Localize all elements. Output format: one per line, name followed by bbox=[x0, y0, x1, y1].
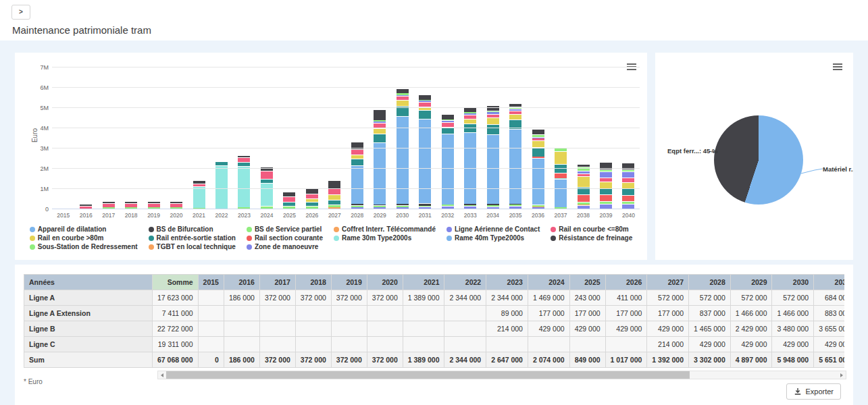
legend-item[interactable]: Rail section courante bbox=[247, 234, 323, 242]
bar-segment[interactable] bbox=[600, 182, 612, 188]
stacked-bar-2027[interactable] bbox=[328, 180, 340, 209]
bar-segment[interactable] bbox=[148, 207, 160, 209]
bar-segment[interactable] bbox=[509, 206, 521, 209]
bar-segment[interactable] bbox=[283, 192, 295, 196]
bar-segment[interactable] bbox=[442, 134, 454, 205]
bar-segment[interactable] bbox=[600, 188, 612, 194]
stacked-bar-2039[interactable] bbox=[600, 162, 612, 209]
bar-segment[interactable] bbox=[397, 207, 409, 209]
bar-segment[interactable] bbox=[328, 194, 340, 200]
bar-segment[interactable] bbox=[306, 202, 318, 207]
stacked-bar-2031[interactable] bbox=[419, 94, 431, 209]
bar-segment[interactable] bbox=[487, 134, 499, 205]
bar-segment[interactable] bbox=[442, 114, 454, 119]
scroll-right-icon[interactable] bbox=[838, 371, 846, 379]
bar-segment[interactable] bbox=[509, 129, 521, 204]
bar-segment[interactable] bbox=[283, 196, 295, 202]
bar-segment[interactable] bbox=[193, 208, 205, 209]
bar-segment[interactable] bbox=[374, 142, 386, 205]
bar-segment[interactable] bbox=[397, 88, 409, 94]
bar-segment[interactable] bbox=[555, 173, 567, 178]
bar-segment[interactable] bbox=[125, 207, 137, 209]
legend-item[interactable]: Rail en courbe >80m bbox=[30, 234, 138, 242]
bar-segment[interactable] bbox=[419, 119, 431, 203]
export-button[interactable]: Exporter bbox=[786, 383, 841, 400]
bar-segment[interactable] bbox=[328, 180, 340, 188]
bar-segment[interactable] bbox=[487, 117, 499, 124]
bar-segment[interactable] bbox=[419, 207, 431, 209]
stacked-bar-2035[interactable] bbox=[509, 103, 521, 209]
legend-item[interactable]: BS de Service partiel bbox=[247, 225, 323, 233]
pie-context-menu-icon[interactable] bbox=[830, 61, 845, 73]
bar-segment[interactable] bbox=[419, 102, 431, 107]
stacked-bar-2020[interactable] bbox=[170, 201, 182, 209]
bar-segment[interactable] bbox=[374, 128, 386, 134]
stacked-bar-2029[interactable] bbox=[374, 109, 386, 209]
bar-segment[interactable] bbox=[306, 206, 318, 209]
bar-segment[interactable] bbox=[328, 188, 340, 194]
bar-segment[interactable] bbox=[397, 100, 409, 106]
bar-segment[interactable] bbox=[555, 179, 567, 207]
legend-item[interactable]: Rail entrée-sortie station bbox=[149, 234, 236, 242]
stacked-bar-2040[interactable] bbox=[622, 163, 634, 209]
stacked-bar-2038[interactable] bbox=[578, 164, 590, 209]
bar-segment[interactable] bbox=[238, 207, 250, 209]
bar-segment[interactable] bbox=[578, 194, 590, 202]
bar-segment[interactable] bbox=[622, 182, 634, 189]
bar-segment[interactable] bbox=[487, 207, 499, 209]
bar-segment[interactable] bbox=[622, 204, 634, 209]
bar-segment[interactable] bbox=[397, 116, 409, 205]
bar-segment[interactable] bbox=[306, 194, 318, 198]
stacked-bar-2019[interactable] bbox=[148, 201, 160, 209]
legend-item[interactable]: TGBT en local technique bbox=[149, 243, 236, 250]
horizontal-scrollbar[interactable] bbox=[157, 371, 846, 379]
bar-segment[interactable] bbox=[238, 157, 250, 162]
bar-segment[interactable] bbox=[487, 124, 499, 134]
bar-segment[interactable] bbox=[374, 207, 386, 209]
bar-segment[interactable] bbox=[170, 207, 182, 209]
bar-segment[interactable] bbox=[351, 207, 363, 209]
bar-segment[interactable] bbox=[80, 206, 92, 209]
legend-item[interactable]: Appareil de dilatation bbox=[30, 225, 138, 233]
stacked-bar-2021[interactable] bbox=[193, 180, 205, 209]
bar-segment[interactable] bbox=[622, 178, 634, 182]
bar-segment[interactable] bbox=[374, 134, 386, 143]
legend-item[interactable]: BS de Bifurcation bbox=[149, 225, 236, 233]
stacked-bar-2032[interactable] bbox=[442, 114, 454, 209]
bar-segment[interactable] bbox=[509, 114, 521, 119]
pie-chart[interactable] bbox=[714, 115, 803, 205]
scroll-left-icon[interactable] bbox=[158, 371, 166, 379]
stacked-bar-2028[interactable] bbox=[351, 142, 363, 209]
sidebar-toggle-button[interactable]: > bbox=[11, 5, 30, 20]
bar-segment[interactable] bbox=[442, 122, 454, 128]
legend-item[interactable]: Sous-Station de Redressement bbox=[30, 243, 138, 250]
bar-segment[interactable] bbox=[193, 186, 205, 208]
bar-segment[interactable] bbox=[622, 195, 634, 202]
bar-segment[interactable] bbox=[555, 151, 567, 164]
bar-segment[interactable] bbox=[328, 200, 340, 205]
stacked-bar-2017[interactable] bbox=[103, 201, 115, 209]
bar-segment[interactable] bbox=[555, 207, 567, 209]
bar-segment[interactable] bbox=[532, 129, 544, 134]
bar-segment[interactable] bbox=[351, 159, 363, 165]
bar-segment[interactable] bbox=[622, 171, 634, 177]
bar-segment[interactable] bbox=[215, 165, 228, 209]
bar-segment[interactable] bbox=[600, 171, 612, 177]
bar-segment[interactable] bbox=[374, 109, 386, 120]
bar-segment[interactable] bbox=[261, 206, 273, 209]
legend-item[interactable]: Résistance de freinage bbox=[551, 234, 632, 242]
bar-segment[interactable] bbox=[328, 207, 340, 209]
stacked-bar-2016[interactable] bbox=[80, 205, 92, 209]
bar-segment[interactable] bbox=[238, 166, 250, 207]
bar-segment[interactable] bbox=[600, 178, 612, 182]
bar-segment[interactable] bbox=[532, 140, 544, 147]
bar-segment[interactable] bbox=[600, 204, 612, 209]
stacked-bar-2024[interactable] bbox=[261, 167, 273, 209]
bar-segment[interactable] bbox=[419, 94, 431, 100]
bar-segment[interactable] bbox=[532, 207, 544, 209]
bar-segment[interactable] bbox=[283, 206, 295, 209]
legend-item[interactable]: Rame 40m Type2000s bbox=[446, 234, 540, 242]
stacked-bar-2037[interactable] bbox=[555, 147, 567, 209]
bar-segment[interactable] bbox=[351, 149, 363, 155]
bar-segment[interactable] bbox=[532, 158, 544, 205]
